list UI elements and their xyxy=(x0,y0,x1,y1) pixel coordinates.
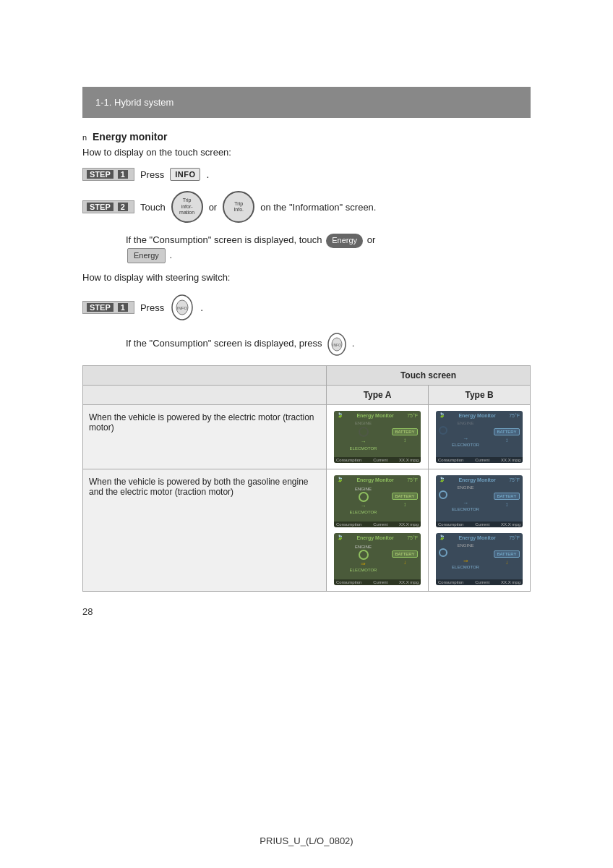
energy-monitor-screen-a2: 🍃 Energy Monitor 75°F ENGINE → ELECMOTOR xyxy=(334,475,421,527)
step1-row: STEP 1 Press INFO . xyxy=(82,168,531,181)
svg-text:INFO: INFO xyxy=(177,306,188,310)
table-empty-header xyxy=(83,366,327,386)
energy-button-1[interactable]: Energy xyxy=(326,234,363,248)
step2-text: Touch xyxy=(140,202,166,213)
type-b-both-images: 🍃 Energy Monitor 75°F ENGINE xyxy=(434,474,524,587)
energy-button-2[interactable]: Energy xyxy=(127,248,166,264)
header-bar: 1-1. Hybrid system xyxy=(82,87,531,118)
table-empty-subheader xyxy=(83,386,327,405)
energy-monitor-screen-a3: 🍃 Energy Monitor 75°F ENGINE ⇒ ELECMOTOR xyxy=(334,533,421,585)
section-label: 1-1. Hybrid system xyxy=(95,97,173,108)
em-title-b1: Energy Monitor xyxy=(458,413,495,418)
type-a-both-images: 🍃 Energy Monitor 75°F ENGINE → ELECMOTOR xyxy=(333,474,422,587)
section-bullet: n xyxy=(82,133,87,142)
step3-row: STEP 1 Press INFO . xyxy=(82,293,531,322)
em-bottom-bar-b1: Consumption Current XX.X mpg xyxy=(436,457,523,463)
arrow-b1: → xyxy=(439,435,492,442)
how-to-touch-subtitle: How to display on the touch screen: xyxy=(82,147,531,158)
type-b-header: Type B xyxy=(429,386,531,405)
indent-block-2: If the "Consumption" screen is displayed… xyxy=(126,332,531,357)
svg-text:INFO: INFO xyxy=(333,343,341,347)
step3-badge: STEP 1 xyxy=(82,301,134,314)
page-number: 28 xyxy=(82,606,531,617)
em-icon-b1: 🍃 xyxy=(439,412,445,418)
type-a-both-cell: 🍃 Energy Monitor 75°F ENGINE → ELECMOTOR xyxy=(327,469,429,592)
type-b-elec-cell: 🍃 Energy Monitor 75°F ENGINE xyxy=(429,405,531,469)
em-title-a1: Energy Monitor xyxy=(356,413,393,418)
step1-text: Press xyxy=(140,169,164,180)
step2-or: or xyxy=(209,202,218,213)
monitor-table: Touch screen Type A Type B When the vehi… xyxy=(82,365,531,592)
em-temp-b1: 75°F xyxy=(509,413,520,418)
elec-label-a1: ELECMOTOR xyxy=(350,446,377,451)
type-a-elec-images: 🍃 Energy Monitor 75°F ENGINE xyxy=(333,409,422,464)
indent-block-1: If the "Consumption" screen is displayed… xyxy=(126,233,531,263)
main-content: n Energy monitor How to display on the t… xyxy=(82,118,531,617)
how-to-steer-subtitle: How to display with steering switch: xyxy=(82,272,531,283)
step3-text: Press xyxy=(140,302,164,313)
trip-information-icon[interactable]: Tripinfor-mation xyxy=(171,191,203,223)
step1-badge: STEP 1 xyxy=(82,168,134,181)
indent1-text: If the "Consumption" screen is displayed… xyxy=(126,234,322,245)
battery-arrow-a1: ↕ xyxy=(403,437,406,443)
indent2-text: If the "Consumption" screen is displayed… xyxy=(126,339,322,349)
battery-b1: BATTERY xyxy=(494,428,519,435)
step2-badge: STEP 2 xyxy=(82,200,134,213)
em-title-bar-a2: 🍃 Energy Monitor 75°F xyxy=(334,475,421,484)
table-row-both: When the vehicle is powered by both the … xyxy=(83,469,531,592)
row1-label: When the vehicle is powered by the elect… xyxy=(83,405,327,469)
engine-circle-a1 xyxy=(359,427,369,437)
type-a-header: Type A xyxy=(327,386,429,405)
energy-monitor-screen-a1: 🍃 Energy Monitor 75°F ENGINE xyxy=(334,411,421,463)
type-b-elec-images: 🍃 Energy Monitor 75°F ENGINE xyxy=(434,409,524,464)
engine-circle-b1 xyxy=(439,426,447,435)
row2-label: When the vehicle is powered by both the … xyxy=(83,469,327,592)
em-title-bar-a1: 🍃 Energy Monitor 75°F xyxy=(334,411,421,420)
info-button[interactable]: INFO xyxy=(170,168,200,181)
em-icon-a1: 🍃 xyxy=(337,412,343,418)
type-a-elec-cell: 🍃 Energy Monitor 75°F ENGINE xyxy=(327,405,429,469)
battery-arrow-b1: ↕ xyxy=(505,437,508,443)
elec-label-b1: ELECMOTOR xyxy=(439,443,492,447)
em-title-bar-b1: 🍃 Energy Monitor 75°F xyxy=(436,411,523,420)
step2-row: STEP 2 Touch Tripinfor-mation or TripInf… xyxy=(82,191,531,223)
section-title: n Energy monitor xyxy=(82,131,531,142)
page-footer: PRIUS_U_(L/O_0802) xyxy=(0,835,613,846)
step2-suffix: on the "Information" screen. xyxy=(260,202,376,213)
type-b-both-cell: 🍃 Energy Monitor 75°F ENGINE xyxy=(429,469,531,592)
steering-switch-icon: INFO xyxy=(170,293,194,322)
arrow-a1: → xyxy=(361,438,366,445)
energy-monitor-screen-b3: 🍃 Energy Monitor 75°F ENGINE xyxy=(436,533,523,585)
table-row-elec: When the vehicle is powered by the elect… xyxy=(83,405,531,469)
energy-monitor-screen-b2: 🍃 Energy Monitor 75°F ENGINE xyxy=(436,475,523,527)
footer-text: PRIUS_U_(L/O_0802) xyxy=(260,835,353,846)
touch-screen-header: Touch screen xyxy=(327,366,531,386)
battery-a1: BATTERY xyxy=(392,428,417,435)
energy-monitor-screen-b1: 🍃 Energy Monitor 75°F ENGINE xyxy=(436,411,523,463)
steering-switch-icon-small: INFO xyxy=(327,332,347,357)
em-bottom-bar-a1: Consumption Current XX.X mpg xyxy=(334,457,421,463)
engine-b1: ENGINE xyxy=(439,421,492,425)
trip-info-icon[interactable]: TripInfo. xyxy=(223,191,254,223)
engine-label-a1: ENGINE xyxy=(355,421,372,425)
em-temp-a1: 75°F xyxy=(407,413,418,418)
